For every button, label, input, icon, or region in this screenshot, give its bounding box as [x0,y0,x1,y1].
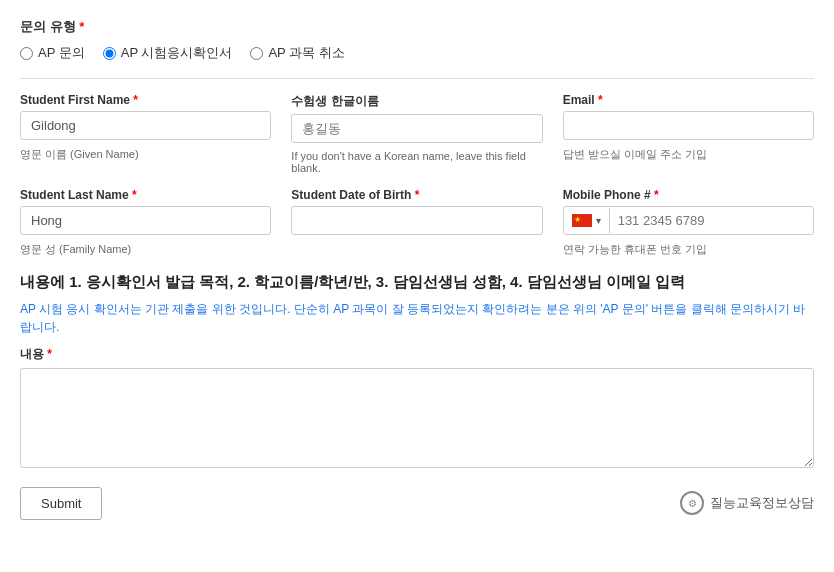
last-name-label: Student Last Name * [20,188,271,202]
first-name-field-group: Student First Name * 영문 이름 (Given Name) [20,93,271,174]
radio-ap-cancel[interactable] [250,47,263,60]
email-label: Email * [563,93,814,107]
email-hint: 답변 받으실 이메일 주소 기입 [563,147,814,162]
last-name-input[interactable] [20,206,271,235]
footer-row: Submit ⚙ 질능교육정보상담 [20,487,814,520]
korean-name-field-group: 수험생 한글이름 If you don't have a Korean name… [291,93,542,174]
chevron-down-icon: ▾ [596,215,601,226]
question-type-label: 문의 유형 * [20,18,814,36]
flag-cn-icon [572,214,592,227]
email-field-group: Email * 답변 받으실 이메일 주소 기입 [563,93,814,174]
phone-flag-button[interactable]: ▾ [564,208,610,233]
korean-name-hint: If you don't have a Korean name, leave t… [291,150,542,174]
question-type-text: 문의 유형 [20,19,76,34]
first-name-input[interactable] [20,111,271,140]
question-type-section: 문의 유형 * AP 문의 AP 시험응시확인서 AP 과목 취소 [20,18,814,62]
mobile-label: Mobile Phone # * [563,188,814,202]
submit-button[interactable]: Submit [20,487,102,520]
content-section: 내용 * [20,346,814,471]
mobile-hint: 연락 가능한 휴대폰 번호 기입 [563,242,814,257]
divider-top [20,78,814,79]
radio-ap-confirm-label: AP 시험응시확인서 [121,44,233,62]
radio-group: AP 문의 AP 시험응시확인서 AP 과목 취소 [20,44,814,62]
form-grid: Student First Name * 영문 이름 (Given Name) … [20,93,814,257]
radio-ap-confirm[interactable] [103,47,116,60]
last-name-hint: 영문 성 (Family Name) [20,242,271,257]
dob-label: Student Date of Birth * [291,188,542,202]
phone-input[interactable] [610,207,813,234]
email-input[interactable] [563,111,814,140]
dob-field-group: Student Date of Birth * [291,188,542,257]
korean-name-input[interactable] [291,114,542,143]
required-star-type: * [79,19,84,34]
content-textarea[interactable] [20,368,814,468]
radio-item-ap[interactable]: AP 문의 [20,44,85,62]
mobile-field-group: Mobile Phone # * ▾ 연락 가능한 휴대폰 번호 기입 [563,188,814,257]
first-name-label: Student First Name * [20,93,271,107]
dob-input[interactable] [291,206,542,235]
first-name-hint: 영문 이름 (Given Name) [20,147,271,162]
last-name-field-group: Student Last Name * 영문 성 (Family Name) [20,188,271,257]
korean-name-label: 수험생 한글이름 [291,93,542,110]
radio-ap-label: AP 문의 [38,44,85,62]
radio-item-ap-cancel[interactable]: AP 과목 취소 [250,44,344,62]
notice-subtitle: AP 시험 응시 확인서는 기관 제출을 위한 것입니다. 단순히 AP 과목이… [20,300,814,336]
notice-box: 내용에 1. 응시확인서 발급 목적, 2. 학교이름/학년/반, 3. 담임선… [20,271,814,336]
content-label: 내용 * [20,346,814,363]
radio-ap[interactable] [20,47,33,60]
notice-title: 내용에 1. 응시확인서 발급 목적, 2. 학교이름/학년/반, 3. 담임선… [20,271,814,294]
phone-row: ▾ [563,206,814,235]
radio-ap-cancel-label: AP 과목 취소 [268,44,344,62]
radio-item-ap-confirm[interactable]: AP 시험응시확인서 [103,44,233,62]
branding-text: 질능교육정보상담 [710,494,814,512]
branding-icon: ⚙ [680,491,704,515]
branding: ⚙ 질능교육정보상담 [680,491,814,515]
